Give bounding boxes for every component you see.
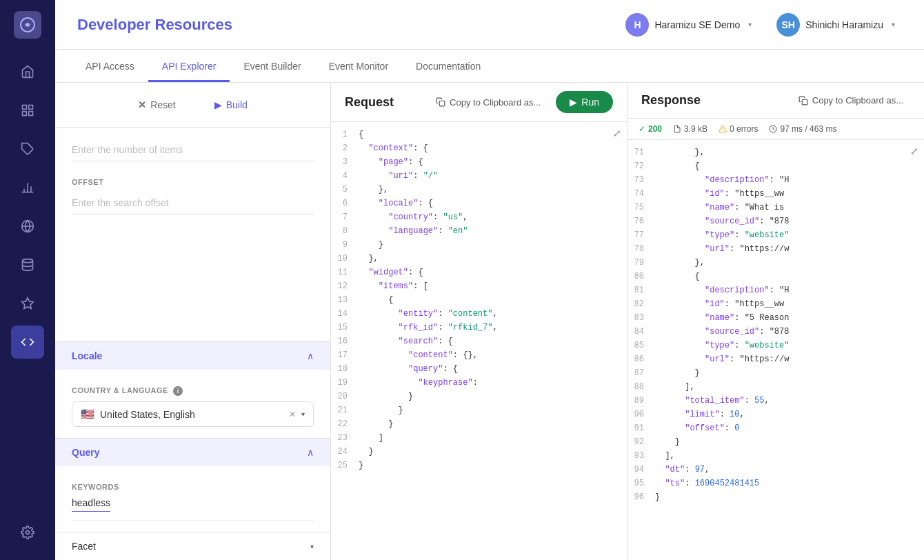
country-language-label: COUNTRY & LANGUAGE i bbox=[72, 386, 314, 396]
tab-event-monitor[interactable]: Event Monitor bbox=[315, 52, 402, 82]
tab-api-access[interactable]: API Access bbox=[72, 52, 148, 82]
sidebar-item-puzzle[interactable] bbox=[11, 132, 44, 166]
play-icon: ▶ bbox=[214, 99, 222, 110]
country-chevron-icon: ▾ bbox=[301, 410, 305, 418]
svg-rect-14 bbox=[439, 101, 445, 106]
left-panel-scroll: OFFSET bbox=[55, 128, 330, 341]
clipboard-icon-2 bbox=[799, 96, 808, 106]
clipboard-icon bbox=[436, 97, 445, 107]
sidebar-item-home[interactable] bbox=[11, 55, 44, 88]
svg-rect-4 bbox=[29, 112, 33, 116]
account1-name: Haramizu SE Demo bbox=[654, 19, 740, 30]
status-badge: 200 bbox=[648, 124, 662, 134]
sidebar bbox=[0, 0, 55, 560]
query-section-body: KEYWORDS headless bbox=[55, 466, 330, 532]
header-accounts: H Haramizu SE Demo ▾ SH Shinichi Haramiz… bbox=[619, 9, 902, 41]
size-value: 3.9 kB bbox=[684, 124, 707, 134]
country-clear-icon[interactable]: ✕ bbox=[289, 410, 296, 419]
response-panel: Response Copy to Clipboard as... ✓ 200 bbox=[627, 83, 924, 560]
locale-collapse-icon: ∧ bbox=[307, 350, 314, 361]
sidebar-item-database[interactable] bbox=[11, 248, 44, 281]
locale-section-body: COUNTRY & LANGUAGE i 🇺🇸 United States, E… bbox=[55, 370, 330, 438]
keywords-value: headless bbox=[72, 497, 110, 512]
locale-section-header[interactable]: Locale ∧ bbox=[55, 341, 330, 370]
response-code-lines: 71 },72 {73 "description": "H74 "id": "h… bbox=[627, 146, 924, 504]
request-clipboard-button[interactable]: Copy to Clipboard as... bbox=[429, 93, 548, 112]
offset-input[interactable] bbox=[72, 192, 314, 214]
response-expand-button[interactable]: ⤢ bbox=[910, 146, 918, 157]
account2-chevron-icon: ▾ bbox=[892, 21, 895, 28]
sidebar-item-settings[interactable] bbox=[11, 516, 44, 549]
build-label: Build bbox=[226, 99, 248, 110]
response-panel-header: Response Copy to Clipboard as... bbox=[627, 83, 924, 119]
response-meta: ✓ 200 3.9 kB 0 errors bbox=[627, 119, 924, 140]
run-button[interactable]: ▶ Run bbox=[556, 91, 613, 113]
svg-point-12 bbox=[23, 259, 33, 263]
country-selector[interactable]: 🇺🇸 United States, English ✕ ▾ bbox=[72, 401, 314, 427]
query-title: Query bbox=[72, 447, 99, 458]
svg-point-13 bbox=[26, 531, 30, 534]
facet-chevron-icon: ▾ bbox=[310, 543, 314, 550]
account1-chevron-icon: ▾ bbox=[748, 21, 752, 28]
sidebar-item-chart[interactable] bbox=[11, 171, 44, 204]
check-icon: ✓ bbox=[639, 124, 645, 134]
account1-badge[interactable]: H Haramizu SE Demo ▾ bbox=[619, 9, 759, 41]
svg-rect-2 bbox=[29, 106, 33, 110]
build-button[interactable]: ▶ Build bbox=[201, 94, 261, 116]
request-expand-button[interactable]: ⤢ bbox=[613, 128, 621, 139]
svg-rect-3 bbox=[23, 112, 27, 116]
sidebar-logo bbox=[14, 11, 41, 39]
left-panel-toolbar: ✕ Reset ▶ Build bbox=[55, 83, 330, 128]
us-flag-icon: 🇺🇸 bbox=[81, 408, 94, 421]
timing-item: 97 ms / 463 ms bbox=[769, 124, 836, 134]
query-collapse-icon: ∧ bbox=[307, 447, 314, 458]
errors-item: 0 errors bbox=[719, 124, 758, 134]
response-title: Response bbox=[641, 93, 701, 108]
locale-title: Locale bbox=[72, 350, 102, 361]
facet-row[interactable]: Facet ▾ bbox=[55, 532, 330, 560]
status-item: ✓ 200 bbox=[639, 124, 662, 134]
clock-icon bbox=[769, 125, 777, 133]
country-value: United States, English bbox=[100, 409, 283, 420]
info-icon: i bbox=[173, 386, 183, 396]
keywords-label: KEYWORDS bbox=[72, 483, 314, 491]
account2-name: Shinichi Haramizu bbox=[805, 19, 883, 30]
content-area: ✕ Reset ▶ Build OFFSET Locale ∧ bbox=[55, 83, 924, 560]
errors-value: 0 errors bbox=[730, 124, 758, 134]
sidebar-item-plugin[interactable] bbox=[11, 287, 44, 320]
header: Developer Resources H Haramizu SE Demo ▾… bbox=[55, 0, 924, 50]
items-input[interactable] bbox=[72, 139, 314, 161]
file-icon bbox=[673, 125, 681, 133]
left-panel: ✕ Reset ▶ Build OFFSET Locale ∧ bbox=[55, 83, 331, 560]
reset-button[interactable]: ✕ Reset bbox=[124, 94, 190, 116]
account2-badge[interactable]: SH Shinichi Haramizu ▾ bbox=[770, 9, 902, 41]
request-panel-actions: Copy to Clipboard as... ▶ Run bbox=[429, 91, 613, 113]
response-clipboard-button[interactable]: Copy to Clipboard as... bbox=[792, 91, 910, 110]
tab-bar: API Access API Explorer Event Builder Ev… bbox=[55, 50, 924, 83]
request-panel-header: Request Copy to Clipboard as... ▶ Run bbox=[331, 83, 627, 122]
facet-label: Facet bbox=[72, 541, 96, 552]
page-title: Developer Resources bbox=[77, 16, 232, 34]
reset-label: Reset bbox=[150, 99, 176, 110]
query-section-header[interactable]: Query ∧ bbox=[55, 438, 330, 466]
response-code-viewer[interactable]: ⤢ 71 },72 {73 "description": "H74 "id": … bbox=[627, 140, 924, 560]
offset-label: OFFSET bbox=[72, 178, 314, 186]
request-code-lines: 1{2 "context": {3 "page": {4 "uri": "/"5… bbox=[331, 128, 627, 472]
warning-icon bbox=[719, 125, 727, 133]
svg-rect-15 bbox=[802, 99, 807, 105]
request-code-viewer[interactable]: ⤢ 1{2 "context": {3 "page": {4 "uri": "/… bbox=[331, 122, 627, 560]
request-title: Request bbox=[345, 95, 394, 110]
request-panel: Request Copy to Clipboard as... ▶ Run bbox=[331, 83, 627, 560]
tab-api-explorer[interactable]: API Explorer bbox=[148, 52, 230, 82]
tab-documentation[interactable]: Documentation bbox=[402, 52, 494, 82]
run-icon: ▶ bbox=[570, 97, 577, 108]
tab-event-builder[interactable]: Event Builder bbox=[230, 52, 314, 82]
sidebar-item-grid[interactable] bbox=[11, 94, 44, 127]
svg-rect-1 bbox=[23, 106, 27, 110]
main-content: Developer Resources H Haramizu SE Demo ▾… bbox=[55, 0, 924, 560]
sidebar-item-code[interactable] bbox=[11, 326, 44, 359]
account2-avatar: SH bbox=[776, 13, 800, 37]
timing-value: 97 ms / 463 ms bbox=[780, 124, 836, 134]
x-icon: ✕ bbox=[138, 99, 146, 110]
sidebar-item-globe[interactable] bbox=[11, 210, 44, 243]
